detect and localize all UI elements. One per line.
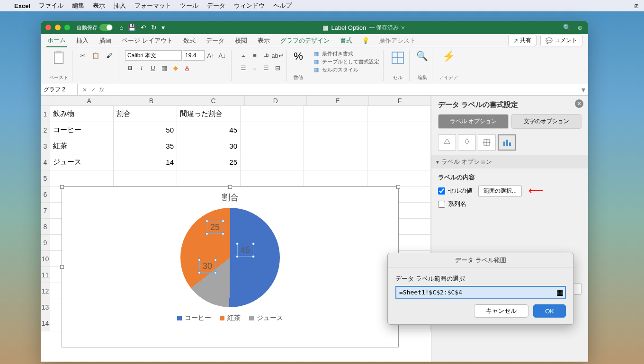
merge-icon[interactable]: ⊟ bbox=[272, 62, 283, 73]
airplay-icon[interactable]: ⎚ bbox=[635, 2, 638, 9]
cell[interactable] bbox=[367, 138, 431, 154]
align-left-icon[interactable]: ☰ bbox=[238, 62, 249, 73]
bold-button[interactable]: B bbox=[125, 62, 135, 73]
cell[interactable]: 割合 bbox=[114, 106, 177, 122]
font-color-button[interactable]: A bbox=[182, 62, 192, 73]
close-pane-button[interactable]: ✕ bbox=[575, 99, 583, 108]
cell[interactable] bbox=[367, 122, 431, 138]
tab-home[interactable]: ホーム bbox=[46, 34, 67, 47]
cell[interactable] bbox=[304, 122, 367, 138]
row-header[interactable]: 4 bbox=[41, 154, 50, 170]
increase-font-icon[interactable]: A↑ bbox=[206, 50, 216, 61]
underline-button[interactable]: U bbox=[148, 62, 158, 73]
align-top-icon[interactable]: ⫠ bbox=[238, 50, 249, 61]
redo-icon[interactable]: ↻ bbox=[151, 24, 157, 31]
cell[interactable]: 紅茶 bbox=[50, 138, 114, 154]
close-window-button[interactable] bbox=[45, 25, 51, 30]
cell[interactable] bbox=[241, 138, 304, 154]
minimize-window-button[interactable] bbox=[55, 25, 61, 30]
select-all-corner[interactable] bbox=[41, 96, 58, 106]
spreadsheet-grid[interactable]: A B C D E F 1234567891011121314 飲み物割合間違っ… bbox=[41, 96, 431, 362]
cell[interactable]: 30 bbox=[177, 138, 241, 154]
home-icon[interactable]: ⌂ bbox=[119, 24, 123, 31]
tab-review[interactable]: 校閲 bbox=[234, 35, 248, 47]
row-header[interactable]: 11 bbox=[41, 267, 50, 283]
col-header[interactable]: F bbox=[369, 96, 431, 106]
menu-format[interactable]: フォーマット bbox=[134, 1, 171, 10]
menu-file[interactable]: ファイル bbox=[39, 1, 63, 10]
search-icon[interactable]: 🔍 bbox=[563, 24, 571, 31]
fill-color-button[interactable]: ◆ bbox=[170, 62, 181, 73]
chart-title[interactable]: 割合 bbox=[62, 187, 398, 208]
cell[interactable] bbox=[114, 170, 177, 186]
share-button[interactable]: ↗共有 bbox=[508, 35, 537, 46]
row-header[interactable]: 5 bbox=[41, 170, 50, 186]
cut-icon[interactable]: ✂ bbox=[77, 50, 88, 61]
font-name-select[interactable] bbox=[125, 50, 182, 61]
chart-legend[interactable]: コーヒー 紅茶 ジュース bbox=[62, 314, 398, 322]
collapse-dialog-icon[interactable]: ▦ bbox=[556, 288, 564, 295]
col-header[interactable]: C bbox=[182, 96, 244, 106]
app-name[interactable]: Excel bbox=[14, 2, 30, 9]
cell[interactable]: 45 bbox=[177, 122, 241, 138]
range-input[interactable] bbox=[395, 286, 566, 299]
qat-more-icon[interactable]: ▾ bbox=[161, 24, 165, 31]
tab-data[interactable]: データ bbox=[205, 35, 225, 47]
cell-value-checkbox[interactable] bbox=[438, 187, 445, 195]
cells-group[interactable] bbox=[390, 50, 405, 65]
conditional-format-button[interactable]: ▦ 条件付き書式 bbox=[314, 50, 379, 57]
format-painter-icon[interactable]: 🖌 bbox=[104, 50, 114, 61]
menu-window[interactable]: ウィンドウ bbox=[234, 1, 265, 10]
autosave-toggle[interactable]: 自動保存 bbox=[77, 24, 113, 31]
cell[interactable] bbox=[367, 154, 431, 170]
align-right-icon[interactable]: ☰ bbox=[261, 62, 271, 73]
cancel-button[interactable]: キャンセル bbox=[474, 304, 528, 318]
decrease-font-icon[interactable]: A↓ bbox=[217, 50, 227, 61]
col-header[interactable]: D bbox=[245, 96, 307, 106]
data-label[interactable]: 25 bbox=[207, 221, 223, 234]
menu-help[interactable]: ヘルプ bbox=[273, 1, 292, 10]
align-bottom-icon[interactable]: ⫡ bbox=[261, 50, 271, 61]
cell[interactable] bbox=[304, 170, 367, 186]
tab-formulas[interactable]: 数式 bbox=[182, 35, 197, 47]
formula-input[interactable] bbox=[108, 86, 579, 93]
align-middle-icon[interactable]: ≡ bbox=[250, 50, 260, 61]
tab-draw[interactable]: 描画 bbox=[98, 35, 112, 47]
wrap-text-icon[interactable]: ab↵ bbox=[272, 50, 283, 61]
text-options-tab[interactable]: 文字のオプション bbox=[511, 114, 582, 129]
row-header[interactable]: 12 bbox=[41, 283, 50, 299]
cell[interactable] bbox=[241, 106, 304, 122]
enter-formula-icon[interactable]: ✓ bbox=[91, 87, 96, 93]
fill-line-icon[interactable] bbox=[438, 134, 456, 151]
row-header[interactable]: 3 bbox=[41, 138, 50, 154]
tab-insert[interactable]: 挿入 bbox=[75, 35, 89, 47]
pie-chart[interactable]: 割合 45 30 25 コーヒー bbox=[62, 186, 399, 347]
italic-button[interactable]: I bbox=[136, 62, 147, 73]
cell[interactable] bbox=[304, 106, 367, 122]
effects-icon[interactable] bbox=[458, 134, 476, 151]
cell[interactable]: 間違った割合 bbox=[177, 106, 241, 122]
menu-edit[interactable]: 編集 bbox=[72, 1, 84, 10]
label-options-tab[interactable]: ラベル オプション bbox=[438, 114, 509, 129]
number-format[interactable]: % bbox=[294, 50, 303, 62]
name-box[interactable]: グラフ 2 bbox=[41, 84, 78, 95]
zoom-window-button[interactable] bbox=[64, 25, 70, 30]
row-header[interactable]: 7 bbox=[41, 203, 50, 219]
fx-icon[interactable]: fx bbox=[99, 87, 104, 93]
row-header[interactable]: 13 bbox=[41, 299, 50, 315]
account-icon[interactable]: ☺ bbox=[577, 24, 583, 31]
series-name-checkbox[interactable] bbox=[438, 201, 445, 208]
col-header[interactable]: B bbox=[120, 96, 182, 106]
save-icon[interactable]: 💾 bbox=[128, 24, 136, 31]
editing-group[interactable]: 🔍 bbox=[416, 50, 428, 62]
border-button[interactable]: ▦ bbox=[159, 62, 170, 73]
expand-formula-icon[interactable]: ▾ bbox=[579, 85, 588, 94]
cell[interactable]: コーヒー bbox=[50, 122, 114, 138]
cell[interactable]: 50 bbox=[114, 122, 177, 138]
cell[interactable]: 35 bbox=[114, 138, 177, 154]
ok-button[interactable]: OK bbox=[533, 304, 566, 318]
font-size-select[interactable] bbox=[183, 50, 205, 61]
tab-format[interactable]: 書式 bbox=[339, 35, 353, 47]
cell[interactable]: 25 bbox=[177, 154, 241, 170]
select-range-button[interactable]: 範囲の選択... bbox=[478, 185, 522, 197]
